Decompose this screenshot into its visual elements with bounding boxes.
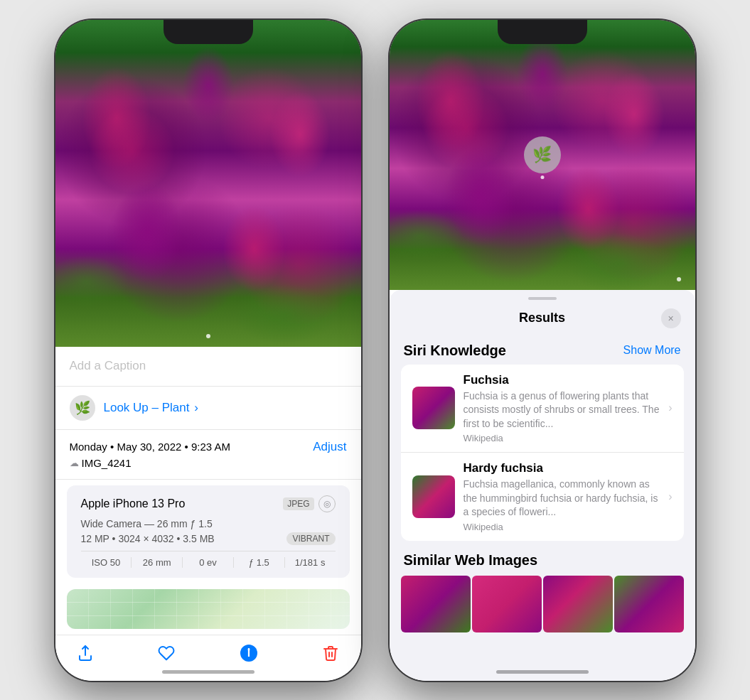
exif-iso: ISO 50 (81, 557, 132, 568)
exif-shutter: 1/181 s (285, 557, 336, 568)
knowledge-cards: Fuchsia Fuchsia is a genus of flowering … (401, 365, 684, 542)
cloud-icon: ☁ (70, 458, 79, 468)
exif-row: ISO 50 26 mm 0 ev ƒ 1.5 1/181 s (81, 551, 336, 568)
fuchsia-thumb-img (412, 387, 455, 429)
lookup-chevron-icon: › (191, 401, 198, 414)
hardy-fuchsia-card-info: Hardy fuchsia Fuchsia magellanica, commo… (464, 461, 660, 532)
camera-model-row: Apple iPhone 13 Pro JPEG ◎ (81, 495, 336, 512)
visual-lookup-icon-circle: 🌿 (70, 395, 95, 421)
hardy-fuchsia-thumb-img (412, 475, 455, 518)
hardy-fuchsia-title: Hardy fuchsia (464, 461, 660, 475)
show-more-button[interactable]: Show More (623, 344, 681, 357)
similar-image-3[interactable] (543, 576, 613, 632)
notch-2 (498, 20, 587, 44)
similar-image-4[interactable] (614, 576, 684, 632)
leaf-icon: 🌿 (75, 400, 90, 416)
fuchsia-chevron-icon: › (668, 402, 672, 414)
lookup-item: Plant (162, 401, 190, 414)
flower-overlay (55, 20, 361, 347)
caption-placeholder: Add a Caption (70, 359, 146, 373)
hardy-fuchsia-source: Wikipedia (464, 522, 660, 532)
fuchsia-title: Fuchsia (464, 373, 660, 387)
trash-icon (322, 645, 339, 666)
camera-section: Apple iPhone 13 Pro JPEG ◎ Wide Camera —… (67, 485, 350, 578)
camera-res-row: 12 MP • 3024 × 4032 • 3.5 MB VIBRANT (81, 532, 336, 545)
close-icon: × (668, 313, 673, 324)
hardy-fuchsia-card[interactable]: Hardy fuchsia Fuchsia magellanica, commo… (401, 453, 684, 541)
adjust-button[interactable]: Adjust (313, 440, 346, 454)
camera-badges: JPEG ◎ (283, 495, 335, 512)
hardy-fuchsia-thumb (412, 475, 455, 518)
fuchsia-thumb (412, 387, 455, 429)
camera-res: 12 MP • 3024 × 4032 • 3.5 MB (81, 533, 215, 544)
results-title: Results (519, 311, 565, 325)
photo-page-indicator-2 (677, 277, 681, 281)
location-badge: ◎ (318, 495, 336, 512)
delete-button[interactable] (322, 645, 339, 666)
notch (164, 20, 253, 44)
similar-image-1[interactable] (401, 576, 471, 632)
fuchsia-source: Wikipedia (464, 433, 660, 443)
share-icon (77, 645, 94, 666)
visual-search-leaf-icon: 🌿 (532, 146, 552, 164)
info-button[interactable]: i (240, 644, 258, 667)
close-button[interactable]: × (661, 308, 681, 328)
fuchsia-card[interactable]: Fuchsia Fuchsia is a genus of flowering … (401, 365, 684, 453)
jpeg-badge: JPEG (283, 497, 314, 510)
phone1-screen: Add a Caption 🌿 Look Up – Plant › Monday… (55, 20, 361, 681)
svg-point-3 (247, 648, 250, 650)
exif-aperture: ƒ 1.5 (234, 557, 285, 568)
meta-location: ☁ IMG_4241 (70, 457, 347, 469)
siri-knowledge-title: Siri Knowledge (404, 343, 506, 359)
similar-images-title: Similar Web Images (390, 552, 695, 576)
meta-filename: IMG_4241 (82, 457, 132, 469)
exif-ev: 0 ev (183, 557, 234, 568)
hardy-fuchsia-chevron-icon: › (668, 490, 672, 503)
meta-section: Monday • May 30, 2022 • 9:23 AM Adjust ☁… (55, 430, 361, 480)
share-button[interactable] (77, 645, 94, 666)
map-lines (67, 589, 350, 629)
hardy-fuchsia-desc: Fuchsia magellanica, commonly known as t… (464, 478, 660, 519)
phone2-content: 🌿 Results × (390, 20, 695, 681)
lookup-row[interactable]: 🌿 Look Up – Plant › (55, 387, 361, 430)
visual-search-button[interactable]: 🌿 (524, 136, 561, 173)
exif-focal: 26 mm (132, 557, 183, 568)
toolbar: i (55, 635, 361, 681)
photo-page-indicator (206, 334, 210, 338)
caption-area[interactable]: Add a Caption (55, 347, 361, 387)
phone-2: 🌿 Results × (390, 20, 695, 681)
flower-photo-2[interactable]: 🌿 (390, 20, 695, 290)
vibrant-badge: VIBRANT (286, 532, 335, 545)
results-panel: Results × Siri Knowledge Show More (390, 290, 695, 681)
camera-model: Apple iPhone 13 Pro (81, 497, 186, 510)
phone1-content: Add a Caption 🌿 Look Up – Plant › Monday… (55, 20, 361, 681)
lookup-prefix: Look Up – (104, 401, 162, 414)
home-indicator[interactable] (162, 670, 255, 674)
meta-date-row: Monday • May 30, 2022 • 9:23 AM Adjust (70, 440, 347, 454)
home-indicator-2[interactable] (496, 670, 589, 674)
heart-icon (158, 645, 175, 666)
panel-header: Results × (390, 300, 695, 334)
visual-search-dot (540, 176, 544, 179)
info-icon: i (240, 644, 258, 667)
like-button[interactable] (158, 645, 175, 666)
similar-images-grid (390, 576, 695, 632)
fuchsia-desc: Fuchsia is a genus of flowering plants t… (464, 389, 660, 431)
map-preview[interactable] (67, 589, 350, 629)
similar-image-2[interactable] (472, 576, 542, 632)
siri-knowledge-header: Siri Knowledge Show More (390, 334, 695, 365)
phone-1: Add a Caption 🌿 Look Up – Plant › Monday… (55, 20, 361, 681)
flower-photo[interactable] (55, 20, 361, 347)
similar-images-section: Similar Web Images (390, 552, 695, 632)
lookup-label: Look Up – Plant › (104, 401, 198, 415)
phone2-screen: 🌿 Results × (390, 20, 695, 681)
fuchsia-card-info: Fuchsia Fuchsia is a genus of flowering … (464, 373, 660, 444)
meta-date: Monday • May 30, 2022 • 9:23 AM (70, 441, 230, 453)
camera-lens: Wide Camera — 26 mm ƒ 1.5 (81, 518, 336, 529)
